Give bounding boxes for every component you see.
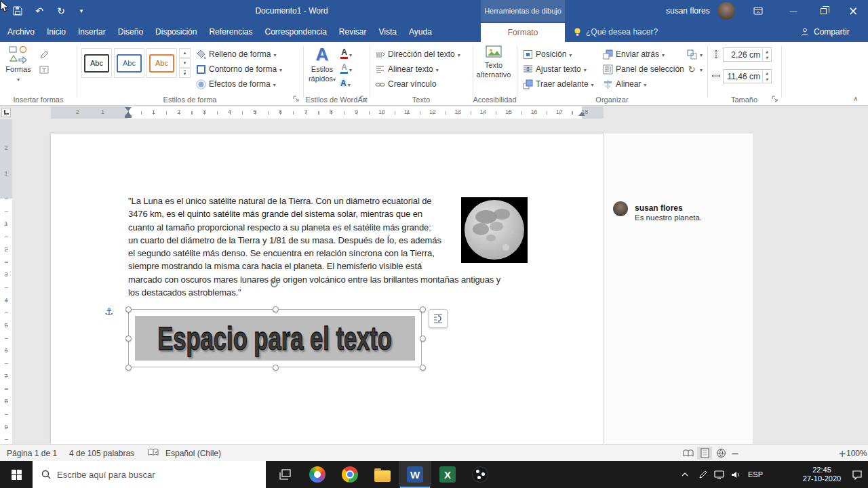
task-view-button[interactable] [269,461,301,488]
save-button[interactable] [8,0,27,22]
ribbon-display-options-button[interactable] [749,0,768,22]
selection-pane-button[interactable]: Panel de selección [602,62,684,76]
shape-width-input[interactable]: 11,46 cm [723,69,772,83]
gallery-down-button[interactable] [179,58,191,68]
wordart-textbox[interactable]: Espacio para el texto [135,316,415,361]
paragraph[interactable]: "La Luna es el único satélite natural de… [128,195,500,299]
v-ruler[interactable]: 12345678912 [0,119,12,444]
wordart-text[interactable]: Espacio para el texto [158,320,393,357]
tray-expand-button[interactable] [677,461,693,488]
tab-inicio[interactable]: Inicio [41,22,72,42]
start-button[interactable] [0,461,33,488]
shape-effects-button[interactable]: Efectos de forma [195,77,276,91]
first-line-indent-marker[interactable] [125,107,132,111]
text-outline-button[interactable]: A [340,62,358,75]
tab-referencias[interactable]: Referencias [203,22,258,42]
tab-disposicion[interactable]: Disposición [149,22,203,42]
moon-image[interactable] [461,197,528,263]
align-objects-button[interactable]: Alinear [602,77,646,91]
redo-button[interactable] [52,0,71,22]
undo-button[interactable] [30,0,49,22]
excel-app-button[interactable]: X [431,461,464,488]
page-indicator[interactable]: Página 1 de 1 [7,445,57,462]
paint-app-button[interactable] [301,461,334,488]
resize-handle-se[interactable] [420,365,426,371]
rotate-objects-button[interactable] [686,62,703,76]
tell-me-box[interactable]: ¿Qué desea hacer? [573,22,658,42]
edit-shape-button[interactable] [38,49,50,61]
pen-tray-button[interactable] [694,461,711,488]
left-indent-marker[interactable] [125,116,132,118]
network-tray-button[interactable] [711,461,727,488]
word-app-button[interactable]: W [399,461,431,488]
gallery-up-button[interactable] [179,48,191,58]
gallery-more-button[interactable] [179,68,191,78]
stepper-up-icon[interactable] [763,48,771,55]
wrap-text-button[interactable]: Ajustar texto [522,62,587,76]
stepper-up-icon[interactable] [763,70,771,77]
width-stepper[interactable] [762,70,771,83]
text-effects-button[interactable]: A [340,77,358,90]
height-stepper[interactable] [762,48,771,61]
text-box-button[interactable] [38,64,50,76]
resize-handle-s[interactable] [273,365,279,371]
wordart-dialog-launcher[interactable] [359,94,368,103]
web-layout-button[interactable] [713,447,728,460]
tab-insertar[interactable]: Insertar [72,22,112,42]
position-button[interactable]: Posición [522,47,572,61]
shape-styles-dialog-launcher[interactable] [292,94,300,103]
alt-text-button[interactable]: Texto alternativo [475,45,513,99]
restore-button[interactable] [808,0,838,22]
account-avatar[interactable] [717,2,735,20]
shape-fill-button[interactable]: Relleno de forma [195,47,276,61]
bring-forward-button[interactable]: Traer adelante [522,77,594,91]
customize-quick-access-button[interactable] [72,0,91,22]
close-button[interactable] [838,0,868,22]
shape-style-preset-3[interactable]: Abc [146,48,177,78]
search-input[interactable] [57,470,266,480]
stepper-down-icon[interactable] [763,55,771,62]
text-fill-button[interactable]: A [340,47,358,60]
chrome-app-button[interactable] [334,461,366,488]
explorer-app-button[interactable] [366,461,399,488]
size-dialog-launcher[interactable] [770,94,779,103]
zoom-level[interactable]: 100% [846,445,867,462]
shapes-button[interactable]: Formas [3,45,34,99]
resize-handle-ne[interactable] [420,306,426,312]
resize-handle-nw[interactable] [125,306,132,312]
obs-app-button[interactable] [464,461,496,488]
resize-handle-n[interactable] [273,306,279,312]
resize-handle-w[interactable] [125,336,132,342]
wordart-selection[interactable]: Espacio para el texto [128,309,422,367]
account-name[interactable]: susan flores [666,0,710,22]
h-ruler[interactable]: 12345678910111213141516171812 [51,106,604,119]
shape-height-input[interactable]: 2,26 cm [723,47,772,62]
tab-vista[interactable]: Vista [373,22,403,42]
print-layout-button[interactable] [697,447,712,460]
read-mode-button[interactable] [681,447,696,460]
shape-style-preset-2[interactable]: Abc [114,48,144,78]
action-center-button[interactable] [849,461,865,488]
tab-formato-active[interactable]: Formato [481,23,565,42]
language-indicator[interactable]: Español (Chile) [165,445,221,462]
text-direction-button[interactable]: Dirección del texto [374,47,460,61]
tab-diseno[interactable]: Diseño [112,22,149,42]
create-link-button[interactable]: Crear vínculo [374,77,436,91]
shape-style-preset-1[interactable]: Abc [81,48,112,78]
proofing-icon[interactable] [148,448,159,459]
layout-options-button[interactable] [429,309,448,328]
word-count[interactable]: 4 de 105 palabras [69,445,134,462]
shape-outline-button[interactable]: Contorno de forma [195,62,282,76]
tab-selector[interactable] [1,108,11,117]
stepper-down-icon[interactable] [763,77,771,83]
tab-correspondencia[interactable]: Correspondencia [258,22,332,42]
taskbar-search[interactable] [33,461,266,488]
volume-tray-button[interactable] [727,461,743,488]
tab-archivo[interactable]: Archivo [1,22,41,42]
minimize-button[interactable] [778,0,808,22]
share-button[interactable]: Compartir [800,22,850,42]
rotate-handle[interactable] [269,277,279,291]
tab-revisar[interactable]: Revisar [333,22,373,42]
collapse-ribbon-button[interactable] [849,94,863,103]
tab-ayuda[interactable]: Ayuda [403,22,438,42]
